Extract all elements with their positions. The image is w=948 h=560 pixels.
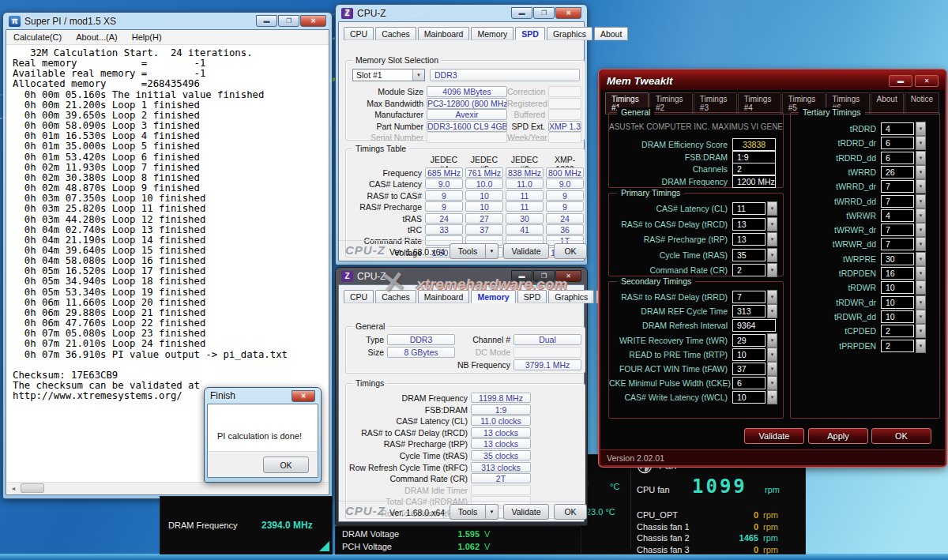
ok-button[interactable]: OK bbox=[554, 504, 587, 520]
finish-ok-button[interactable]: OK bbox=[263, 457, 309, 473]
menu-item-calculate-c[interactable]: Calculate(C) bbox=[6, 32, 69, 42]
dropdown-icon-cas-write-latency-twcl[interactable]: ▼ bbox=[767, 390, 777, 404]
finish-titlebar[interactable]: Finish ✕ bbox=[207, 388, 318, 404]
ok-button[interactable]: OK bbox=[554, 243, 587, 259]
dram-frequency-panel: DRAM Frequency 2394.0 MHz bbox=[160, 496, 333, 554]
menu-item-about-a[interactable]: About...(A) bbox=[69, 32, 125, 42]
minimize-button[interactable]: ▬ bbox=[511, 7, 532, 19]
dropdown-icon-read-to-pre-time-trtp[interactable]: ▼ bbox=[767, 348, 777, 362]
dropdown-icon-cycle-time-tras[interactable]: ▼ bbox=[767, 248, 777, 262]
dropdown-icon-trdwr-dd[interactable]: ▼ bbox=[916, 310, 926, 324]
cpuz-mem-tab-caches[interactable]: Caches bbox=[375, 290, 416, 303]
cpu-fan-unit: rpm bbox=[765, 485, 780, 494]
tools-dropdown-icon[interactable]: ▼ bbox=[486, 504, 498, 520]
restore-button[interactable]: ❐ bbox=[533, 270, 555, 282]
validate-button[interactable]: Validate bbox=[503, 243, 549, 259]
ok-button[interactable]: OK bbox=[871, 428, 931, 444]
label-ras-to-cas: RAS# to CAS# bbox=[346, 191, 422, 201]
cpuz-spd-tab-memory[interactable]: Memory bbox=[471, 27, 514, 40]
cpuz-memory-titlebar[interactable]: Z CPU-Z ▬ ❐ ✕ bbox=[338, 268, 585, 284]
cpu-temperature-partial: 0 bbox=[588, 472, 608, 498]
menu-item-help-h[interactable]: Help(H) bbox=[125, 32, 169, 42]
close-button[interactable]: ✕ bbox=[555, 7, 581, 19]
label-trdrd-dr: tRDRD_dr bbox=[791, 138, 876, 148]
dropdown-icon-trdrd-dd[interactable]: ▼ bbox=[916, 151, 926, 165]
minimize-button[interactable]: ▬ bbox=[889, 75, 912, 87]
tools-button[interactable]: Tools bbox=[450, 243, 486, 259]
validate-button[interactable]: Validate bbox=[744, 428, 804, 444]
slot-selector[interactable]: Slot #1 ▼ bbox=[352, 69, 425, 81]
dropdown-icon-twrrd-dd[interactable]: ▼ bbox=[916, 194, 926, 209]
scrollbar-thumb[interactable] bbox=[21, 483, 44, 493]
resize-handle-icon[interactable] bbox=[319, 541, 329, 551]
dropdown-icon-trdrd-dr[interactable]: ▼ bbox=[916, 136, 926, 150]
dropdown-icon-dram-ref-cycle-time[interactable]: ▼ bbox=[767, 304, 777, 318]
cpu-opt-label: CPU_OPT bbox=[637, 510, 678, 520]
memtweakit-titlebar[interactable]: Mem TweakIt ▬ ✕ bbox=[600, 71, 945, 90]
label-cycle-time-tras: Cycle Time (tRAS) bbox=[346, 451, 468, 460]
cpuz-mem-tab-mainboard[interactable]: Mainboard bbox=[418, 290, 470, 303]
dropdown-icon-twrwr-dr[interactable]: ▼ bbox=[916, 223, 926, 237]
superpi-titlebar[interactable]: π Super PI / mod1.5 XS ▬ ❐ ✕ bbox=[6, 13, 329, 29]
dropdown-icon-twrrd[interactable]: ▼ bbox=[916, 165, 926, 179]
memtweakit-tab-timings-3[interactable]: Timings #3 bbox=[694, 92, 737, 114]
memtweakit-tab-timings-4[interactable]: Timings #4 bbox=[738, 92, 781, 114]
memtweakit-tab-notice[interactable]: Notice bbox=[905, 92, 939, 114]
label-cas-latency-cl: CAS# Latency (CL) bbox=[346, 416, 468, 426]
label-trdwr-dd: tRDWR_dd bbox=[791, 312, 876, 321]
maximize-button[interactable]: ❐ bbox=[278, 15, 299, 27]
cpuz-spd-tab-cpu[interactable]: CPU bbox=[344, 27, 374, 40]
dropdown-icon-twrwr-dd[interactable]: ▼ bbox=[916, 237, 926, 251]
dropdown-icon-ras-to-cas-delay-trcd[interactable]: ▼ bbox=[767, 217, 777, 231]
memtweakit-tab-about[interactable]: About bbox=[871, 92, 904, 114]
dropdown-icon-trdpden[interactable]: ▼ bbox=[916, 266, 926, 280]
dropdown-icon-ras-precharge-trp[interactable]: ▼ bbox=[767, 232, 777, 246]
dropdown-icon-tcpded[interactable]: ▼ bbox=[916, 324, 926, 338]
dropdown-icon-write-recovery-time-twr[interactable]: ▼ bbox=[767, 333, 777, 348]
cpuz-mem-tab-graphics[interactable]: Graphics bbox=[548, 290, 594, 303]
maximize-button[interactable]: ❐ bbox=[533, 7, 555, 19]
minimize-button[interactable]: ▬ bbox=[511, 270, 532, 282]
cell-tras-jedec-6: 30 bbox=[506, 213, 544, 224]
dropdown-icon-trdwr-dr[interactable]: ▼ bbox=[916, 295, 926, 310]
cpuz-spd-tab-mainboard[interactable]: Mainboard bbox=[418, 27, 470, 40]
tools-dropdown-icon[interactable]: ▼ bbox=[486, 243, 498, 259]
cpuz-spd-tab-caches[interactable]: Caches bbox=[375, 27, 416, 40]
cpuz-spd-tab-about[interactable]: About bbox=[594, 27, 628, 40]
memtweakit-tab-timings-2[interactable]: Timings #2 bbox=[649, 92, 693, 114]
horizontal-scrollbar[interactable]: ◄ bbox=[7, 482, 328, 494]
dropdown-icon-twrwr[interactable]: ▼ bbox=[916, 209, 926, 223]
general-title: General bbox=[352, 321, 388, 331]
dropdown-icon-command-rate-cr[interactable]: ▼ bbox=[767, 263, 777, 277]
tertiary-timings-title: Tertiary Timings bbox=[799, 107, 865, 117]
cpuz-mem-tab-spd[interactable]: SPD bbox=[517, 290, 547, 303]
close-button[interactable]: ✕ bbox=[555, 270, 581, 282]
dropdown-icon-ras-to-ras-delay-trrd[interactable]: ▼ bbox=[767, 290, 777, 304]
apply-button[interactable]: Apply bbox=[808, 428, 868, 444]
dropdown-icon-trdwr[interactable]: ▼ bbox=[916, 280, 926, 295]
dropdown-icon-twrrd-dr[interactable]: ▼ bbox=[916, 179, 926, 194]
close-button[interactable]: ✕ bbox=[915, 75, 939, 87]
cpu-fan-label: CPU fan bbox=[637, 485, 670, 494]
dropdown-icon-cas-latency-cl[interactable]: ▼ bbox=[767, 201, 777, 216]
scroll-left-icon[interactable]: ◄ bbox=[7, 483, 20, 494]
minimize-button[interactable]: ▬ bbox=[256, 15, 277, 27]
cpuz-mem-tab-cpu[interactable]: CPU bbox=[344, 290, 374, 303]
close-button[interactable]: ✕ bbox=[300, 15, 326, 27]
cpuz-spd-titlebar[interactable]: Z CPU-Z ▬ ❐ ✕ bbox=[338, 5, 585, 21]
dropdown-icon-twrpre[interactable]: ▼ bbox=[916, 252, 926, 266]
cpuz-spd-tab-spd[interactable]: SPD bbox=[515, 27, 545, 40]
cpuz-spd-tab-graphics[interactable]: Graphics bbox=[547, 27, 592, 40]
label-channel: Channel # bbox=[433, 335, 510, 344]
chevron-down-icon[interactable]: ▼ bbox=[412, 70, 424, 81]
dropdown-icon-tprpden[interactable]: ▼ bbox=[916, 339, 926, 353]
tools-button[interactable]: Tools bbox=[450, 504, 486, 520]
label-registered: Registered bbox=[507, 99, 545, 108]
dropdown-icon-cke-minimul-pulse-width-tcke[interactable]: ▼ bbox=[767, 376, 777, 390]
dropdown-icon-trdrd[interactable]: ▼ bbox=[916, 122, 926, 136]
dropdown-icon-four-act-win-time-tfaw[interactable]: ▼ bbox=[767, 362, 777, 376]
finish-dialog: Finish ✕ PI calculation is done! OK bbox=[204, 387, 322, 483]
validate-button[interactable]: Validate bbox=[503, 504, 549, 520]
cpuz-mem-tab-memory[interactable]: Memory bbox=[471, 290, 515, 303]
finish-close-button[interactable]: ✕ bbox=[292, 390, 315, 402]
